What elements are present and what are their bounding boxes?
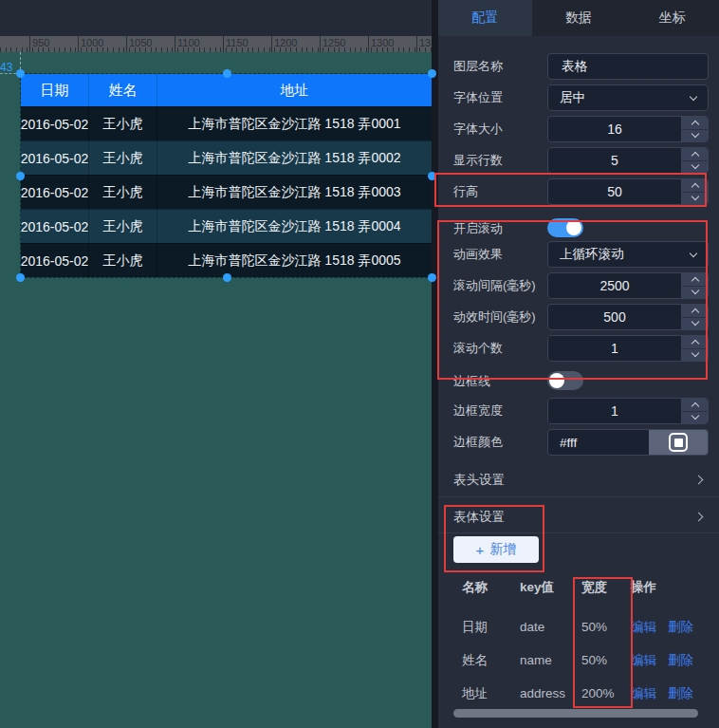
- cell-address: 上海市普陀区金沙江路 1518 弄0005: [157, 244, 432, 277]
- effect-duration-stepper[interactable]: 500: [547, 304, 709, 330]
- col-key: date: [520, 620, 581, 634]
- table-row: 2016-05-02 王小虎 上海市普陀区金沙江路 1518 弄0001: [21, 106, 432, 140]
- border-line-toggle[interactable]: [547, 371, 583, 390]
- tab-data[interactable]: 数据: [532, 0, 626, 36]
- decrement-button[interactable]: [682, 318, 708, 330]
- tab-config[interactable]: 配置: [438, 0, 532, 36]
- increment-button[interactable]: [682, 273, 708, 287]
- increment-button[interactable]: [682, 305, 708, 318]
- col-width: 50%: [581, 653, 631, 667]
- cell-address: 上海市普陀区金沙江路 1518 弄0002: [157, 141, 432, 175]
- ruler-tick: [271, 36, 272, 52]
- data-table-header: 日期 姓名 地址: [21, 74, 432, 106]
- field-border-line: 边框线: [438, 371, 719, 392]
- row-height-stepper[interactable]: 50: [547, 178, 709, 205]
- animation-effect-select[interactable]: 上循环滚动: [547, 241, 709, 268]
- design-canvas[interactable]: 43 日期 姓名 地址 2016-05-02 王小虎 上海市普陀区: [0, 52, 432, 728]
- cell-date: 2016-05-02: [21, 176, 89, 209]
- border-width-stepper[interactable]: 1: [547, 398, 709, 424]
- effect-duration-value: 500: [548, 309, 681, 325]
- decrement-button[interactable]: [682, 193, 708, 205]
- field-label: 字体位置: [453, 84, 503, 111]
- field-scroll-count: 滚动个数 1: [438, 335, 719, 362]
- field-label: 边框宽度: [453, 398, 503, 424]
- edit-link[interactable]: 编辑: [631, 652, 656, 669]
- ruler-label: 1300: [371, 37, 394, 48]
- section-label: 表体设置: [453, 509, 505, 526]
- field-layer-name: 图层名称 表格: [438, 53, 719, 80]
- table-widget[interactable]: 日期 姓名 地址 2016-05-02 王小虎 上海市普陀区金沙江路 1518 …: [21, 74, 432, 277]
- data-table: 日期 姓名 地址 2016-05-02 王小虎 上海市普陀区金沙江路 1518 …: [21, 74, 432, 277]
- increment-button[interactable]: [682, 179, 708, 193]
- font-size-stepper[interactable]: 16: [547, 116, 709, 142]
- scroll-enabled-toggle[interactable]: [547, 218, 583, 237]
- field-label: 行高: [453, 178, 478, 205]
- horizontal-scrollbar[interactable]: [453, 709, 698, 718]
- resize-handle-top-left[interactable]: [16, 69, 25, 78]
- ruler-tick: [29, 36, 30, 52]
- decrement-button[interactable]: [682, 349, 708, 362]
- header-cell-name: 姓名: [89, 74, 157, 106]
- border-color-input[interactable]: #fff: [548, 436, 649, 450]
- decrement-button[interactable]: [682, 412, 708, 424]
- field-label: 动画效果: [453, 241, 503, 268]
- resize-handle-top-right[interactable]: [428, 69, 436, 78]
- col-key: address: [520, 686, 581, 700]
- font-position-select[interactable]: 居中: [547, 84, 709, 111]
- color-picker-button[interactable]: [649, 430, 708, 455]
- cell-name: 王小虎: [89, 244, 157, 277]
- add-column-button[interactable]: + 新增: [453, 536, 539, 563]
- cell-name: 王小虎: [89, 176, 157, 209]
- resize-handle-bottom-center[interactable]: [223, 273, 231, 282]
- row-count-stepper[interactable]: 5: [547, 147, 709, 174]
- field-label: 滚动间隔(毫秒): [453, 272, 536, 299]
- col-name: 地址: [462, 685, 520, 702]
- tab-coordinates[interactable]: 坐标: [625, 0, 719, 36]
- config-panel: 配置 数据 坐标 图层名称 表格 字体位置 居中 字体大小 16: [438, 0, 719, 728]
- chevron-down-icon: [691, 287, 698, 294]
- field-effect-duration: 动效时间(毫秒) 500: [438, 304, 719, 330]
- edit-link[interactable]: 编辑: [631, 685, 656, 702]
- increment-button[interactable]: [682, 148, 708, 161]
- edit-link[interactable]: 编辑: [631, 619, 656, 636]
- decrement-button[interactable]: [682, 130, 708, 142]
- resize-handle-mid-right[interactable]: [428, 172, 436, 180]
- toggle-knob: [566, 220, 581, 235]
- col-width: 50%: [581, 620, 631, 634]
- increment-button[interactable]: [682, 399, 708, 412]
- panel-tabbar: 配置 数据 坐标: [438, 0, 719, 36]
- cell-address: 上海市普陀区金沙江路 1518 弄0003: [157, 176, 432, 209]
- resize-handle-top-center[interactable]: [223, 69, 231, 78]
- scroll-count-stepper[interactable]: 1: [547, 335, 709, 362]
- field-label: 动效时间(毫秒): [453, 304, 536, 330]
- increment-button[interactable]: [682, 117, 708, 130]
- ruler-tick: [320, 36, 321, 52]
- chevron-down-icon: [691, 318, 698, 326]
- section-body-settings[interactable]: 表体设置: [438, 501, 719, 533]
- delete-link[interactable]: 删除: [668, 652, 693, 669]
- animation-effect-value: 上循环滚动: [560, 246, 624, 263]
- col-key: name: [520, 653, 581, 667]
- col-name: 姓名: [462, 652, 520, 669]
- toggle-knob: [549, 373, 564, 388]
- delete-link[interactable]: 删除: [668, 619, 693, 636]
- chevron-up-icon: [691, 340, 698, 347]
- coordinate-label: 43: [0, 61, 12, 74]
- scroll-interval-stepper[interactable]: 2500: [547, 272, 709, 299]
- field-scroll-interval: 滚动间隔(毫秒) 2500: [438, 272, 719, 299]
- resize-handle-mid-left[interactable]: [16, 172, 25, 180]
- section-header-settings[interactable]: 表头设置: [438, 463, 719, 497]
- field-label: 滚动个数: [453, 335, 503, 362]
- decrement-button[interactable]: [682, 161, 708, 174]
- layer-name-input[interactable]: 表格: [547, 53, 709, 80]
- resize-handle-bottom-right[interactable]: [428, 273, 436, 282]
- delete-link[interactable]: 删除: [668, 685, 693, 702]
- scroll-interval-value: 2500: [548, 278, 681, 293]
- increment-button[interactable]: [682, 336, 708, 349]
- field-border-color: 边框颜色 #fff: [438, 429, 719, 456]
- table-row: 2016-05-02 王小虎 上海市普陀区金沙江路 1518 弄0005: [21, 243, 432, 277]
- ruler-tick: [78, 36, 79, 52]
- resize-handle-bottom-left[interactable]: [16, 273, 25, 282]
- border-color-control: #fff: [547, 429, 709, 456]
- decrement-button[interactable]: [682, 287, 708, 299]
